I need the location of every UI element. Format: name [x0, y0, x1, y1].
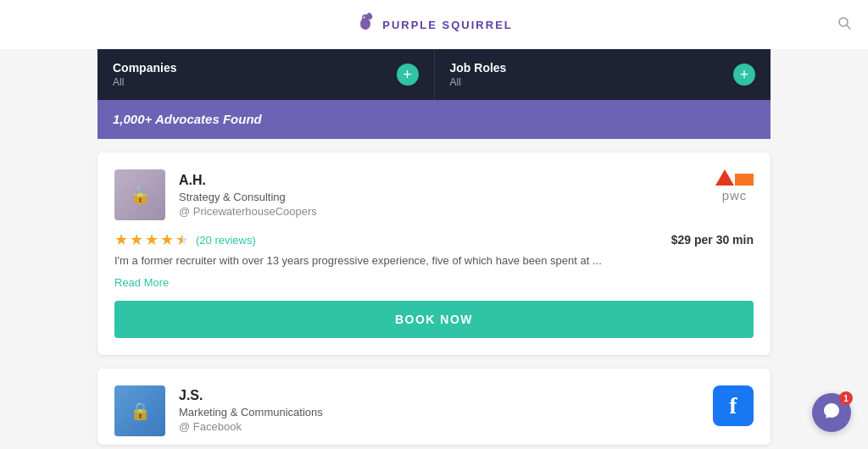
job-roles-filter-label: Job Roles All [450, 61, 507, 88]
pwc-icon [715, 169, 754, 186]
card-1-rating-row: ★ ★ ★ ★ ★ (20 reviews) $29 per 30 min [114, 230, 754, 249]
job-roles-filter-title: Job Roles [450, 61, 507, 75]
card-1-name: A.H. [179, 173, 317, 188]
star-half: ★ [175, 230, 189, 249]
svg-line-6 [847, 25, 850, 29]
results-banner: 1,000+ Advocates Found [97, 100, 771, 139]
cards-container: 🔒 A.H. Strategy & Consulting @ Pricewate… [0, 139, 868, 449]
results-count: 1,000+ Advocates Found [113, 112, 262, 126]
squirrel-icon [355, 12, 376, 37]
card-1-info: A.H. Strategy & Consulting @ Pricewaterh… [179, 173, 317, 218]
price-1: $29 per 30 min [671, 233, 754, 247]
job-roles-filter-value: All [450, 76, 507, 88]
advocate-card-1: 🔒 A.H. Strategy & Consulting @ Pricewate… [97, 152, 771, 355]
pwc-rect-orange [735, 174, 754, 186]
companies-add-button[interactable]: + [397, 64, 419, 86]
card-2-header: 🔒 J.S. Marketing & Communications @ Face… [114, 385, 754, 436]
pwc-triangle-red [715, 169, 734, 186]
card-1-left: 🔒 A.H. Strategy & Consulting @ Pricewate… [114, 169, 317, 220]
card-2-left: 🔒 J.S. Marketing & Communications @ Face… [114, 385, 323, 436]
search-icon[interactable] [837, 16, 851, 33]
card-1-company: @ PricewaterhouseCoopers [179, 205, 317, 218]
lock-icon-2: 🔒 [130, 401, 151, 421]
card-2-name: J.S. [179, 388, 323, 403]
avatar-1: 🔒 [114, 169, 165, 220]
filter-bar: Companies All + Job Roles All + [97, 49, 771, 100]
card-2-info: J.S. Marketing & Communications @ Facebo… [179, 388, 323, 433]
header: PURPLE SQUIRREL [0, 0, 868, 49]
star-3: ★ [145, 230, 159, 249]
stars-1: ★ ★ ★ ★ ★ [114, 230, 189, 249]
card-2-role: Marketing & Communications [179, 406, 323, 419]
logo-text: PURPLE SQUIRREL [382, 19, 513, 31]
lock-icon-1: 🔒 [130, 185, 151, 205]
chat-badge: 1 [839, 391, 853, 405]
card-1-rating-left: ★ ★ ★ ★ ★ (20 reviews) [114, 230, 256, 249]
star-2: ★ [130, 230, 143, 249]
companies-filter-title: Companies [113, 61, 176, 75]
book-now-button-1[interactable]: BOOK NOW [114, 301, 754, 338]
read-more-link-1[interactable]: Read More [114, 276, 169, 289]
advocate-card-2: 🔒 J.S. Marketing & Communications @ Face… [97, 369, 771, 445]
avatar-2: 🔒 [114, 385, 165, 436]
card-2-company: @ Facebook [179, 420, 323, 433]
companies-filter-label: Companies All [113, 61, 176, 88]
svg-point-3 [364, 17, 365, 19]
logo: PURPLE SQUIRREL [355, 12, 513, 37]
chat-icon [822, 402, 841, 424]
star-1: ★ [114, 230, 128, 249]
companies-filter[interactable]: Companies All + [97, 49, 435, 100]
card-1-description: I'm a former recruiter with over 13 year… [114, 252, 754, 269]
pwc-text: pwc [722, 188, 748, 202]
card-1-header: 🔒 A.H. Strategy & Consulting @ Pricewate… [114, 169, 754, 220]
chat-widget[interactable]: 1 [812, 393, 851, 432]
pwc-logo: pwc [715, 169, 754, 202]
job-roles-filter[interactable]: Job Roles All + [435, 49, 771, 100]
star-4: ★ [160, 230, 174, 249]
facebook-logo: f [713, 385, 754, 426]
companies-filter-value: All [113, 76, 176, 88]
card-1-role: Strategy & Consulting [179, 191, 317, 203]
reviews-count-1[interactable]: (20 reviews) [196, 234, 256, 247]
job-roles-add-button[interactable]: + [733, 64, 755, 86]
